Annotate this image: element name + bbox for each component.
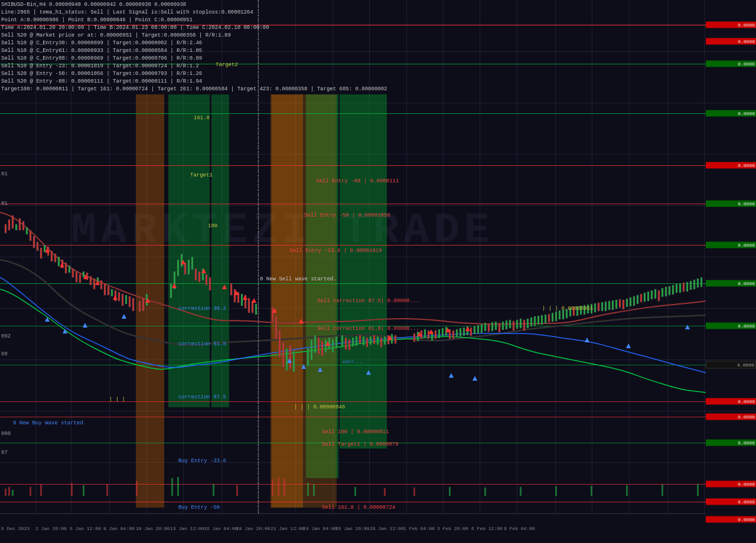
svg-rect-194 — [384, 488, 386, 496]
svg-rect-113 — [484, 323, 486, 331]
time-label-5: 13 Jan 12:00 — [170, 526, 204, 531]
svg-rect-192 — [313, 484, 315, 496]
svg-rect-126 — [530, 318, 532, 326]
svg-rect-48 — [195, 269, 197, 280]
svg-marker-216 — [252, 298, 256, 303]
svg-rect-65 — [286, 348, 288, 371]
svg-rect-190 — [284, 478, 285, 496]
svg-rect-180 — [71, 483, 73, 496]
svg-rect-9 — [33, 236, 35, 248]
axis-01-top: 01 — [1, 171, 8, 177]
bar-marker-left: | | | — [109, 397, 125, 403]
svg-rect-19 — [69, 266, 70, 273]
time-label-3: 8 Jan 04:00 — [103, 526, 135, 531]
target2-label: Target2 — [216, 62, 238, 68]
svg-rect-7 — [26, 227, 28, 234]
svg-rect-34 — [122, 294, 123, 306]
svg-rect-97 — [428, 331, 429, 339]
svg-rect-51 — [206, 274, 207, 285]
svg-rect-47 — [191, 257, 193, 270]
svg-rect-117 — [498, 323, 500, 332]
svg-rect-44 — [181, 254, 183, 267]
sell-corr-875: Sell correction 87.5| 0.00000... — [317, 298, 419, 304]
svg-rect-68 — [307, 348, 309, 366]
time-label-4: 10 Jan 20:00 — [136, 526, 170, 531]
svg-rect-92 — [395, 335, 396, 344]
svg-rect-123 — [520, 319, 522, 328]
svg-rect-66 — [289, 345, 291, 369]
buy-entry-50-label: Buy Entry -50 — [178, 505, 220, 511]
svg-rect-67 — [293, 351, 295, 372]
svg-rect-199 — [555, 486, 557, 496]
svg-rect-11 — [40, 248, 42, 259]
svg-rect-160 — [651, 290, 653, 299]
svg-rect-35 — [125, 295, 127, 304]
price-right-5: 0.0000 — [706, 201, 756, 207]
sell-entry-236-label: Sell Entry -23.6 | 0.00001019 — [289, 248, 382, 254]
corr-618-label: correction 61.8 — [178, 341, 226, 347]
svg-rect-93 — [413, 333, 415, 342]
time-label-7: 18 Jan 20:00 — [236, 526, 271, 531]
line4: Time A:2024.01.20 20:00:00 | Time B:2024… — [1, 24, 387, 32]
axis-092: 092 — [1, 333, 11, 339]
price-right-14: 0.0000 — [706, 499, 756, 505]
svg-rect-25 — [90, 276, 92, 285]
svg-rect-197 — [484, 488, 486, 496]
svg-rect-87 — [377, 336, 379, 345]
svg-rect-187 — [236, 485, 238, 496]
svg-rect-38 — [139, 301, 141, 312]
svg-rect-129 — [541, 315, 543, 325]
svg-marker-236 — [626, 344, 631, 348]
svg-rect-20 — [72, 269, 74, 277]
svg-rect-188 — [272, 479, 273, 496]
svg-rect-109 — [470, 328, 472, 336]
svg-rect-115 — [491, 322, 493, 331]
svg-rect-196 — [449, 487, 451, 496]
svg-rect-118 — [502, 322, 504, 330]
svg-rect-165 — [669, 286, 670, 295]
corr-382-label: correction 38.2 — [178, 306, 226, 312]
svg-rect-21 — [76, 272, 77, 282]
svg-rect-195 — [413, 488, 415, 496]
svg-rect-64 — [282, 342, 284, 367]
price-right-13: 0.0000 — [706, 481, 756, 488]
svg-rect-105 — [456, 329, 458, 337]
svg-rect-62 — [275, 316, 277, 339]
svg-rect-130 — [545, 315, 546, 323]
svg-rect-144 — [594, 303, 596, 312]
svg-rect-41 — [170, 283, 172, 298]
svg-rect-22 — [79, 274, 81, 283]
svg-rect-155 — [633, 296, 635, 306]
line3: Point A:0.00000986 | Point B:0.00000846 … — [1, 17, 387, 24]
svg-rect-125 — [527, 319, 529, 328]
svg-rect-53 — [230, 283, 232, 295]
time-label-14: 6 Feb 12:00 — [471, 526, 503, 531]
svg-marker-233 — [449, 373, 454, 378]
svg-marker-234 — [472, 376, 477, 381]
svg-rect-39 — [142, 298, 144, 311]
svg-rect-203 — [697, 484, 699, 496]
svg-rect-77 — [341, 335, 343, 346]
svg-rect-33 — [118, 292, 120, 301]
svg-rect-104 — [452, 331, 454, 339]
svg-rect-80 — [352, 338, 354, 346]
svg-rect-127 — [534, 316, 536, 326]
svg-marker-227 — [83, 323, 87, 328]
time-axis: 5 Dec 2023 2 Jan 20:00 5 Jan 12:00 8 Jan… — [0, 513, 706, 543]
svg-rect-189 — [278, 477, 279, 496]
svg-rect-177 — [12, 490, 14, 496]
price-right-10: 0.0000 — [706, 398, 756, 405]
svg-rect-1 — [5, 224, 6, 233]
svg-rect-69 — [311, 339, 312, 360]
time-label-8: 21 Jan 12:00 — [271, 526, 305, 531]
sell-info-1: Sell %10 @ C_Entry38: 0.00000899 | Targe… — [1, 40, 387, 47]
svg-rect-156 — [637, 295, 638, 304]
time-label-15: 9 Feb 04:00 — [504, 526, 535, 531]
time-label-2: 5 Jan 12:00 — [70, 526, 101, 531]
svg-marker-215 — [243, 295, 247, 300]
svg-rect-75 — [332, 339, 334, 352]
svg-rect-158 — [644, 293, 646, 302]
svg-rect-116 — [495, 322, 497, 330]
sell-info-4: Sell %10 @ Entry -23: 0.00001019 | Targe… — [1, 63, 387, 70]
time-label-10: 26 Jan 20:00 — [335, 526, 370, 531]
